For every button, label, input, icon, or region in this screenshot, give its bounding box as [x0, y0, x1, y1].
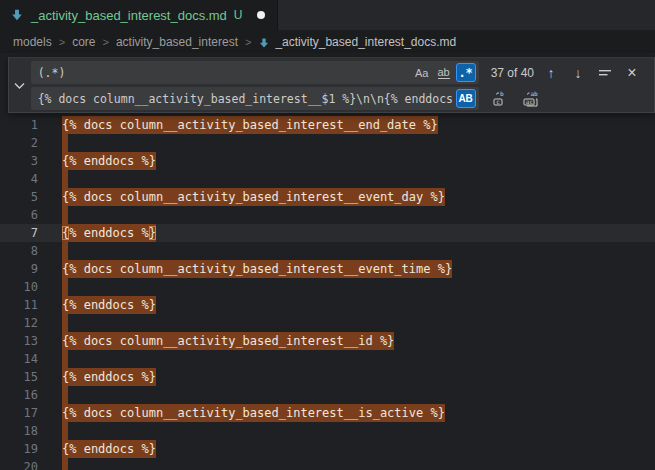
line-content[interactable] — [62, 134, 68, 152]
line-content[interactable]: {% enddocs %} — [62, 368, 156, 386]
find-match-highlight: {% enddocs %} — [62, 152, 156, 170]
editor-line-2[interactable]: 2 — [0, 134, 655, 152]
breadcrumb-models[interactable]: models — [13, 35, 52, 49]
editor-line-18[interactable]: 18 — [0, 422, 655, 440]
editor-pane[interactable]: 1{% docs column__activity_based_interest… — [0, 53, 655, 470]
editor-line-1[interactable]: 1{% docs column__activity_based_interest… — [0, 116, 655, 134]
replace-input[interactable] — [38, 92, 454, 106]
close-find-button[interactable]: × — [622, 63, 642, 83]
editor-line-11[interactable]: 11{% enddocs %} — [0, 296, 655, 314]
search-input-wrap: Aa ab .* — [31, 61, 479, 84]
line-content[interactable] — [62, 422, 68, 440]
editor-line-14[interactable]: 14 — [0, 350, 655, 368]
line-content[interactable]: {% docs column__activity_based_interest_… — [62, 404, 445, 422]
line-number: 8 — [0, 242, 38, 260]
whole-word-toggle[interactable]: ab — [434, 63, 454, 82]
line-content[interactable] — [62, 350, 68, 368]
find-match-highlight: {% docs column__activity_based_interest_… — [62, 332, 394, 350]
editor-line-8[interactable]: 8 — [0, 242, 655, 260]
match-case-toggle[interactable]: Aa — [412, 63, 432, 82]
editor-line-19[interactable]: 19{% enddocs %} — [0, 440, 655, 458]
line-content[interactable] — [62, 278, 68, 296]
git-status-badge: U — [234, 8, 243, 22]
breadcrumb-activity-based-interest[interactable]: activity_based_interest — [116, 35, 238, 49]
editor-line-10[interactable]: 10 — [0, 278, 655, 296]
find-match-highlight-empty-line — [62, 314, 68, 332]
line-content[interactable] — [62, 242, 68, 260]
line-content[interactable] — [62, 206, 68, 224]
markdown-file-icon — [258, 37, 270, 49]
line-content[interactable]: {% enddocs %} — [62, 440, 156, 458]
line-content[interactable]: {% enddocs %} — [62, 152, 156, 170]
search-input[interactable] — [38, 66, 410, 80]
editor-line-16[interactable]: 16 — [0, 386, 655, 404]
line-number: 17 — [0, 404, 38, 422]
svg-text:ab: ab — [530, 91, 538, 97]
replace-button[interactable]: b c — [490, 89, 510, 109]
line-number: 10 — [0, 278, 38, 296]
modified-dot-close-button[interactable] — [257, 11, 265, 19]
find-match-highlight-empty-line — [62, 134, 68, 152]
line-number: 18 — [0, 422, 38, 440]
find-match-highlight: {% docs column__activity_based_interest_… — [62, 404, 445, 422]
find-match-highlight: {% docs column__activity_based_interest_… — [62, 188, 445, 206]
line-number: 13 — [0, 332, 38, 350]
find-match-highlight-empty-line — [62, 458, 68, 470]
editor-line-13[interactable]: 13{% docs column__activity_based_interes… — [0, 332, 655, 350]
editor-line-6[interactable]: 6 — [0, 206, 655, 224]
svg-text:c: c — [496, 98, 500, 105]
line-number: 4 — [0, 170, 38, 188]
find-in-selection-button[interactable] — [595, 63, 615, 83]
find-match-highlight-empty-line — [62, 386, 68, 404]
bracket-match-close: } — [149, 226, 156, 240]
find-match-highlight: {% docs column__activity_based_interest_… — [62, 116, 438, 134]
line-content[interactable]: {% docs column__activity_based_interest_… — [62, 188, 445, 206]
find-match-highlight-empty-line — [62, 242, 68, 260]
bracket-match-open: { — [62, 226, 69, 240]
line-content[interactable]: {% docs column__activity_based_interest_… — [62, 332, 394, 350]
find-match-highlight-empty-line — [62, 422, 68, 440]
preserve-case-toggle[interactable]: AB — [456, 89, 476, 108]
line-number: 9 — [0, 260, 38, 278]
toggle-replace-chevron-icon[interactable] — [9, 58, 31, 112]
line-content[interactable]: {% enddocs %} — [62, 296, 156, 314]
editor-line-12[interactable]: 12 — [0, 314, 655, 332]
line-content[interactable] — [62, 386, 68, 404]
line-content[interactable]: {% enddocs %} — [62, 224, 156, 242]
find-match-highlight: {% enddocs %} — [62, 224, 156, 242]
breadcrumb-core[interactable]: core — [72, 35, 95, 49]
editor-line-5[interactable]: 5{% docs column__activity_based_interest… — [0, 188, 655, 206]
line-content[interactable] — [62, 458, 68, 470]
editor-line-4[interactable]: 4 — [0, 170, 655, 188]
editor-lines: 1{% docs column__activity_based_interest… — [0, 53, 655, 470]
previous-match-button[interactable]: ↑ — [541, 63, 561, 83]
regex-toggle[interactable]: .* — [456, 63, 476, 82]
line-number: 1 — [0, 116, 38, 134]
replace-row: AB b c ab ac — [31, 87, 646, 110]
line-number: 15 — [0, 368, 38, 386]
line-content[interactable]: {% docs column__activity_based_interest_… — [62, 260, 452, 278]
next-match-button[interactable]: ↓ — [568, 63, 588, 83]
replace-all-button[interactable]: ab ac — [521, 89, 541, 109]
editor-line-20[interactable]: 20 — [0, 458, 655, 470]
editor-line-3[interactable]: 3{% enddocs %} — [0, 152, 655, 170]
editor-line-15[interactable]: 15{% enddocs %} — [0, 368, 655, 386]
find-match-highlight: {% docs column__activity_based_interest_… — [62, 260, 452, 278]
line-content[interactable] — [62, 170, 68, 188]
svg-text:ac: ac — [525, 98, 533, 105]
results-count: 37 of 40 — [491, 66, 534, 80]
editor-line-9[interactable]: 9{% docs column__activity_based_interest… — [0, 260, 655, 278]
line-content[interactable] — [62, 314, 68, 332]
line-content[interactable]: {% docs column__activity_based_interest_… — [62, 116, 438, 134]
line-number: 16 — [0, 386, 38, 404]
find-match-highlight-empty-line — [62, 206, 68, 224]
find-widget-rows: Aa ab .* 37 of 40 ↑ ↓ × — [31, 58, 654, 112]
find-match-highlight: {% enddocs %} — [62, 440, 156, 458]
breadcrumb-file[interactable]: _activity_based_interest_docs.md — [275, 35, 456, 49]
editor-line-7[interactable]: 7{% enddocs %} — [0, 224, 655, 242]
line-number: 5 — [0, 188, 38, 206]
editor-line-17[interactable]: 17{% docs column__activity_based_interes… — [0, 404, 655, 422]
tab-activity-docs[interactable]: _activity_based_interest_docs.md U — [0, 0, 278, 30]
line-number: 3 — [0, 152, 38, 170]
svg-text:b: b — [500, 91, 504, 97]
